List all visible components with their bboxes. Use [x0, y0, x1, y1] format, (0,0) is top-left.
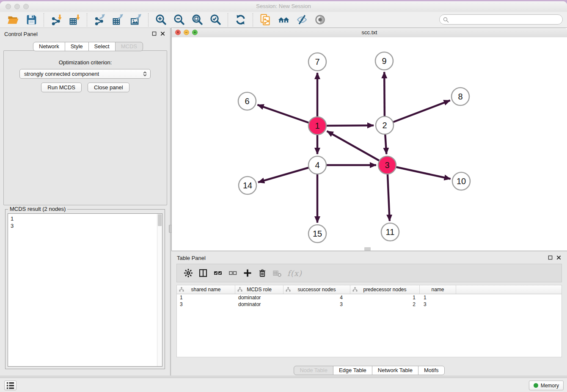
column-header-shared-name[interactable]: shared name	[177, 285, 235, 294]
mcds-panel: Optimization criterion: strongly connect…	[3, 50, 167, 205]
clone-network-icon	[259, 14, 272, 26]
table-cell[interactable]: 1	[420, 295, 456, 301]
float-panel-icon[interactable]	[152, 31, 157, 36]
close-table-panel-icon[interactable]	[556, 255, 561, 260]
node-table: shared nameMCDS rolesuccessor nodesprede…	[176, 285, 562, 357]
edge-3-10[interactable]	[387, 165, 451, 179]
control-panel: Control Panel NetworkStyleSelectMCDS Opt…	[0, 28, 171, 375]
delete-column-button[interactable]	[257, 268, 268, 279]
column-header-predecessor-nodes[interactable]: predecessor nodes	[350, 285, 420, 294]
control-tab-select[interactable]: Select	[88, 42, 116, 51]
toolbar-divider	[228, 13, 228, 27]
column-header-MCDS-role[interactable]: MCDS role	[235, 285, 284, 294]
export-image-button[interactable]	[129, 13, 143, 27]
hide-selected-icon	[296, 14, 308, 26]
function-builder-icon: f(x)	[287, 269, 302, 278]
float-table-panel-icon[interactable]	[548, 255, 553, 260]
node-7[interactable]: 7	[308, 53, 326, 71]
edge-3-1[interactable]	[327, 131, 387, 165]
first-neighbors-button[interactable]	[277, 13, 291, 27]
export-network-button[interactable]	[93, 13, 107, 27]
task-history-button[interactable]	[4, 381, 17, 390]
zoom-selected-button[interactable]	[209, 13, 223, 27]
control-tab-mcds[interactable]: MCDS	[115, 42, 143, 51]
search-input[interactable]	[451, 16, 561, 23]
node-15[interactable]: 15	[308, 225, 326, 243]
svg-text:9: 9	[382, 56, 386, 66]
table-cell[interactable]: dominator	[235, 295, 284, 301]
table-tab-network-table[interactable]: Network Table	[372, 366, 418, 375]
node-11[interactable]: 11	[381, 223, 399, 241]
open-session-button[interactable]	[6, 13, 20, 27]
close-panel-button[interactable]: Close panel	[88, 83, 129, 92]
memory-button[interactable]: Memory	[529, 381, 564, 390]
export-image-icon	[130, 14, 142, 26]
deselect-all-button[interactable]	[227, 268, 238, 279]
column-header-name[interactable]: name	[420, 285, 456, 294]
table-cell[interactable]: 3	[284, 301, 350, 307]
select-all-button[interactable]	[212, 268, 223, 279]
zoom-out-button[interactable]	[172, 13, 186, 27]
table-cell[interactable]: 2	[350, 301, 420, 307]
control-tab-network[interactable]: Network	[33, 42, 65, 51]
node-9[interactable]: 9	[375, 52, 393, 70]
svg-text:2: 2	[382, 121, 387, 130]
edge-1-6[interactable]	[258, 105, 318, 126]
network-canvas[interactable]: 7968124314101511	[172, 37, 567, 251]
node-2[interactable]: 2	[376, 116, 394, 134]
toolbar-divider	[148, 13, 149, 27]
table-cell[interactable]: dominator	[235, 301, 284, 307]
close-panel-icon[interactable]	[160, 31, 165, 36]
clone-network-button[interactable]	[259, 13, 272, 27]
node-1[interactable]: 1	[308, 117, 326, 135]
control-panel-tabs: NetworkStyleSelectMCDS	[33, 42, 143, 51]
edge-2-8[interactable]	[385, 100, 450, 125]
result-scrollbar[interactable]	[157, 214, 162, 366]
table-tab-edge-table[interactable]: Edge Table	[333, 366, 372, 375]
svg-text:11: 11	[386, 227, 395, 237]
column-header-successor-nodes[interactable]: successor nodes	[284, 285, 350, 294]
zoom-in-button[interactable]	[154, 13, 168, 27]
add-column-button[interactable]	[242, 268, 253, 279]
table-cell[interactable]: 1	[177, 295, 235, 301]
table-row[interactable]: 3dominator323	[177, 301, 561, 308]
zoom-fit-button[interactable]	[190, 13, 204, 27]
table-cell[interactable]: 4	[284, 295, 350, 301]
hide-selected-button[interactable]	[295, 13, 309, 27]
node-8[interactable]: 8	[451, 88, 469, 105]
criterion-select[interactable]: strongly connected component	[19, 69, 151, 79]
column-settings-button[interactable]	[183, 268, 194, 279]
network-window-titlebar: × − + scc.txt	[172, 28, 567, 38]
panel-splitter-handle[interactable]	[169, 225, 172, 233]
run-mcds-button[interactable]: Run MCDS	[41, 83, 82, 92]
canvas-splitter-handle[interactable]	[364, 247, 371, 251]
function-builder-button: f(x)	[286, 268, 303, 279]
column-layout-button[interactable]	[198, 268, 209, 279]
table-row[interactable]: 1dominator411	[177, 294, 561, 301]
open-session-icon	[7, 14, 19, 26]
show-all-button[interactable]	[313, 13, 327, 27]
import-table-button[interactable]	[68, 13, 82, 27]
import-network-button[interactable]	[50, 13, 63, 27]
table-cell[interactable]: 3	[177, 301, 235, 307]
node-3[interactable]: 3	[378, 156, 396, 174]
refresh-view-button[interactable]	[234, 13, 248, 27]
mcds-result-list[interactable]: 1 3	[8, 213, 162, 367]
table-tab-node-table[interactable]: Node Table	[294, 366, 333, 375]
node-6[interactable]: 6	[238, 92, 256, 110]
node-14[interactable]: 14	[239, 177, 256, 194]
table-tab-motifs[interactable]: Motifs	[418, 366, 445, 375]
table-header-row: shared nameMCDS rolesuccessor nodesprede…	[177, 285, 561, 294]
save-session-button[interactable]	[25, 13, 39, 27]
svg-text:6: 6	[245, 97, 249, 106]
attribute-tree-icon	[237, 287, 242, 293]
node-10[interactable]: 10	[452, 172, 470, 190]
zoom-selected-icon	[209, 14, 222, 26]
node-4[interactable]: 4	[308, 156, 326, 174]
status-bar: Memory	[0, 378, 567, 392]
table-cell[interactable]: 3	[420, 301, 456, 307]
export-network-icon	[94, 14, 106, 26]
control-tab-style[interactable]: Style	[65, 42, 89, 51]
table-cell[interactable]: 1	[350, 295, 420, 301]
export-table-button[interactable]	[111, 13, 125, 27]
